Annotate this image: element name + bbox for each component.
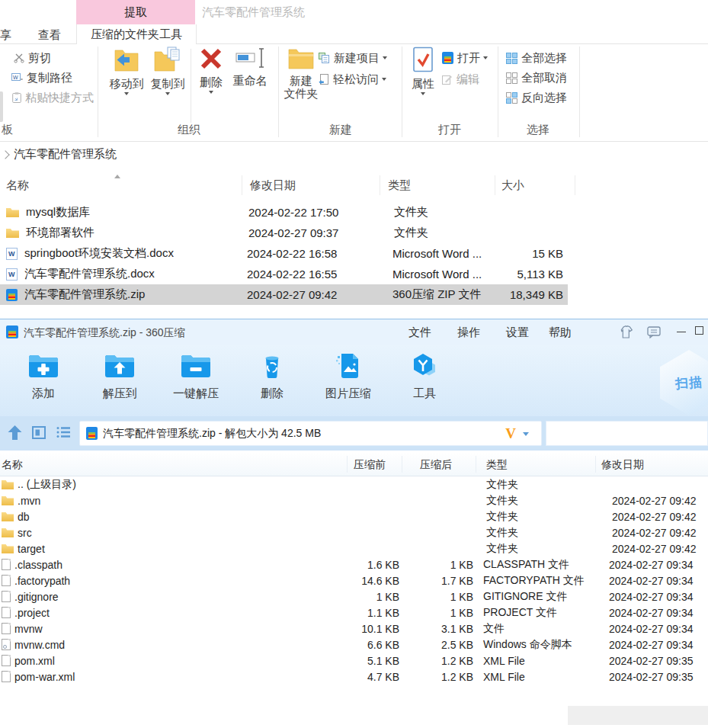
archive-entry-row[interactable]: .. (上级目录) 文件夹 (0, 476, 708, 492)
delete-button-zip[interactable]: 删除 (242, 345, 303, 416)
entry-date: 2024-02-27 09:42 (606, 527, 708, 539)
copy-path-icon: W (11, 73, 23, 83)
new-folder-button[interactable]: 新建文件夹 (282, 47, 320, 100)
entry-name: .project (11, 607, 344, 619)
column-header-before[interactable]: 压缩前 (348, 456, 402, 473)
new-folder-icon (288, 47, 314, 72)
column-header-after[interactable]: 压缩后 (402, 456, 476, 473)
open-group-label: 打开 (438, 123, 461, 137)
new-folder-label: 新建 (290, 74, 312, 87)
select-none-button[interactable]: 全部取消 (506, 70, 567, 85)
delete-button[interactable]: 删除 (194, 47, 229, 94)
menu-settings[interactable]: 设置 (506, 326, 529, 340)
file-row[interactable]: springboot环境安装文档.docx 2024-02-22 16:58 M… (0, 243, 568, 264)
archive-entry-row[interactable]: target 文件夹 2024-02-27 09:42 (0, 540, 708, 556)
file-type: 360压缩 ZIP 文件 (385, 287, 508, 302)
entry-name: .gitignore (11, 591, 344, 603)
one-click-extract-button[interactable]: 一键解压 (165, 345, 226, 416)
entry-type: FACTORYPATH 文件 (473, 574, 603, 588)
entry-name: mvnw (11, 623, 344, 635)
file-row[interactable]: mysql数据库 2024-02-22 17:50 文件夹 (0, 202, 568, 223)
chevron-down-icon (382, 78, 386, 81)
archive-entry-row[interactable]: .classpath 1.6 KB 1 KB CLASSPATH 文件 2024… (0, 556, 708, 572)
file-row[interactable]: 环境部署软件 2024-02-27 09:37 文件夹 (0, 223, 568, 243)
ribbon: 剪切 W 复制路径 粘贴快捷方式 板 移动到 复制到 (0, 44, 708, 142)
archive-entry-row[interactable]: mvnw 10.1 KB 3.1 KB 文件 2024-02-27 09:34 (0, 621, 708, 637)
copy-to-button[interactable]: 复制到 (148, 47, 187, 95)
archive-entry-row[interactable]: pom-war.xml 4.7 KB 1.2 KB XML File 2024-… (0, 669, 708, 685)
column-header-size[interactable]: 大小 (495, 175, 575, 195)
file-size: 15 KB (508, 247, 563, 260)
archive-entry-row[interactable]: db 文件夹 2024-02-27 09:42 (0, 508, 708, 524)
column-header-name[interactable]: 名称 (0, 456, 348, 473)
entry-date: 2024-02-27 09:34 (603, 639, 708, 651)
properties-button[interactable]: 属性 (405, 47, 440, 95)
edit-button[interactable]: 编辑 (442, 72, 479, 87)
add-button[interactable]: 添加 (13, 345, 74, 416)
extract-to-button[interactable]: 解压到 (89, 345, 150, 416)
tab-compressed-folder-tools[interactable]: 压缩的文件夹工具 (76, 24, 197, 44)
invert-selection-label: 反向选择 (521, 91, 567, 105)
chevron-down-icon[interactable] (523, 432, 529, 436)
organize-group-label: 组织 (178, 123, 200, 137)
theme-shirt-icon[interactable] (618, 326, 634, 342)
paste-shortcut-label: 粘贴快捷方式 (25, 91, 94, 105)
minimize-button[interactable] (677, 332, 686, 332)
archive-entry-row[interactable]: .factorypath 14.6 KB 1.7 KB FACTORYPATH … (0, 572, 708, 588)
breadcrumb[interactable]: 汽车零配件管理系统 (0, 142, 708, 167)
copy-path-button[interactable]: W 复制路径 (11, 70, 72, 85)
entry-size-after: 1 KB (399, 607, 473, 619)
archive-address-bar[interactable]: 汽车零配件管理系统.zip - 解包大小为 42.5 MB V (79, 421, 542, 446)
list-view-icon[interactable] (56, 426, 71, 441)
select-all-button[interactable]: 全部选择 (506, 50, 567, 66)
column-header-date[interactable]: 修改日期 (242, 175, 380, 195)
up-arrow-icon[interactable] (7, 425, 23, 444)
menu-help[interactable]: 帮助 (549, 326, 572, 340)
menu-file[interactable]: 文件 (408, 326, 431, 340)
cut-button[interactable]: 剪切 (14, 50, 51, 66)
rename-button[interactable]: 重命名 (229, 47, 271, 87)
feedback-icon[interactable] (647, 326, 662, 342)
entry-type: PROJECT 文件 (473, 606, 603, 620)
clipboard-group-label: 板 (2, 123, 13, 137)
column-header-date[interactable]: 修改日期 (596, 456, 708, 473)
file-name: mysql数据库 (19, 205, 241, 220)
invert-selection-button[interactable]: 反向选择 (506, 90, 567, 105)
archive-entry-row[interactable]: .mvn 文件夹 2024-02-27 09:42 (0, 492, 708, 508)
column-header-type[interactable]: 类型 (476, 456, 596, 473)
panel-view-icon[interactable] (32, 426, 46, 442)
zip360-titlebar[interactable]: 汽车零配件管理系统.zip - 360压缩 文件 操作 设置 帮助 (0, 319, 708, 345)
menu-action[interactable]: 操作 (457, 326, 480, 340)
entry-date: 2024-02-27 09:42 (606, 495, 708, 507)
delete-label: 删除 (200, 75, 223, 88)
select-group-label: 选择 (527, 123, 549, 137)
move-to-button[interactable]: 移动到 (107, 47, 146, 95)
explorer-file-list: mysql数据库 2024-02-22 17:50 文件夹 环境部署软件 202… (0, 202, 579, 305)
vip-v-badge[interactable]: V (505, 425, 516, 442)
file-row[interactable]: 汽车零配件管理系统.docx 2024-02-22 16:55 Microsof… (0, 264, 568, 284)
tab-view[interactable]: 查看 (38, 28, 61, 43)
archive-entry-row[interactable]: .gitignore 1 KB 1 KB GITIGNORE 文件 2024-0… (0, 588, 708, 605)
select-all-label: 全部选择 (521, 51, 567, 66)
tab-extract[interactable]: 提取 (76, 0, 195, 24)
column-header-name[interactable]: 名称 (0, 175, 242, 195)
open-button[interactable]: 打开 (442, 50, 488, 66)
file-row[interactable]: 汽车零配件管理系统.zip 2024-02-27 09:42 360压缩 ZIP… (0, 284, 568, 305)
archive-entry-row[interactable]: mvnw.cmd 6.6 KB 2.5 KB Windows 命令脚本 2024… (0, 637, 708, 653)
image-compress-button[interactable]: 图片压缩 (318, 345, 379, 416)
maximize-button[interactable] (695, 326, 703, 335)
easy-access-button[interactable]: 轻松访问 (319, 72, 386, 87)
archive-entry-row[interactable]: .project 1.1 KB 1 KB PROJECT 文件 2024-02-… (0, 605, 708, 621)
archive-entry-row[interactable]: src 文件夹 2024-02-27 09:42 (0, 524, 708, 540)
entry-date: 2024-02-27 09:35 (603, 655, 708, 667)
column-header-type[interactable]: 类型 (380, 175, 495, 195)
archive-entry-row[interactable]: pom.xml 5.1 KB 1.2 KB XML File 2024-02-2… (0, 653, 708, 669)
add-label: 添加 (32, 386, 55, 401)
paste-shortcut-button[interactable]: 粘贴快捷方式 (12, 90, 94, 105)
tab-share-partial[interactable]: 享 (0, 28, 11, 43)
doc-icon (2, 655, 11, 666)
search-input[interactable] (546, 421, 708, 446)
tools-button[interactable]: 工具 (394, 345, 455, 416)
new-item-button[interactable]: 新建项目 (319, 50, 387, 66)
entry-size-before: 1.6 KB (344, 559, 399, 571)
